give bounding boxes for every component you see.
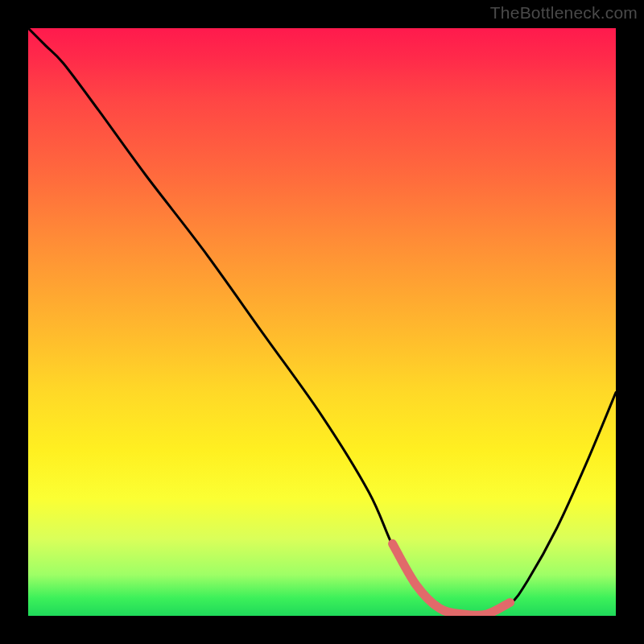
watermark-text: TheBottleneck.com xyxy=(490,3,638,23)
curve-layer xyxy=(28,28,616,616)
bottleneck-curve xyxy=(28,28,616,616)
chart-canvas: TheBottleneck.com xyxy=(0,0,644,644)
optimal-marker xyxy=(393,543,510,615)
plot-area xyxy=(28,28,616,616)
